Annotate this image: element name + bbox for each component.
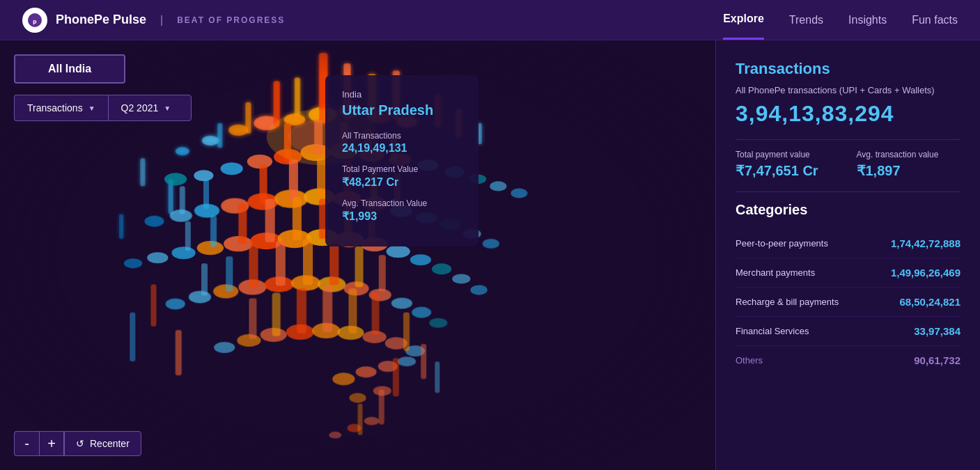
state-name: Uttar Pradesh: [342, 102, 462, 118]
all-india-button[interactable]: All India: [14, 54, 125, 84]
avg-transaction-stat: Avg. Transaction Value ₹1,993: [342, 198, 462, 223]
zoom-out-button[interactable]: -: [14, 431, 39, 456]
summary-stats-row: Total payment value ₹7,47,651 Cr Avg. tr…: [736, 150, 960, 179]
transaction-type-filter[interactable]: Transactions ▼: [14, 95, 108, 121]
map-area: All India Transactions ▼ Q2 2021 ▼ India…: [0, 40, 715, 470]
panel-divider-1: [736, 139, 960, 140]
main-content: All India Transactions ▼ Q2 2021 ▼ India…: [0, 40, 980, 470]
total-payment-col: Total payment value ₹7,47,651 Cr: [736, 150, 840, 179]
period-filter[interactable]: Q2 2021 ▼: [108, 95, 192, 121]
country-label: India: [342, 89, 462, 100]
panel-subtitle: All PhonePe transactions (UPI + Cards + …: [736, 85, 960, 95]
filter-row: Transactions ▼ Q2 2021 ▼: [14, 95, 192, 121]
nav-trends[interactable]: Trends: [789, 1, 823, 39]
state-info-popup: India Uttar Pradesh All Transactions 24,…: [325, 75, 479, 246]
panel-divider-2: [736, 191, 960, 192]
dropdown-arrow-type: ▼: [88, 104, 95, 112]
map-controls-bottom: - + ↺ Recenter: [14, 431, 141, 456]
zoom-in-button[interactable]: +: [39, 431, 64, 456]
category-others: Others 90,61,732: [736, 346, 960, 375]
all-transactions-stat: All Transactions 24,19,49,131: [342, 131, 462, 155]
category-p2p: Peer-to-peer payments 1,74,42,72,888: [736, 229, 960, 258]
category-merchant: Merchant payments 1,49,96,26,469: [736, 258, 960, 288]
total-transactions-number: 3,94,13,83,294: [736, 101, 960, 127]
logo-text: PhonePe Pulse: [56, 13, 146, 27]
right-panel: Transactions All PhonePe transactions (U…: [715, 40, 980, 470]
nav-insights[interactable]: Insights: [848, 1, 887, 39]
dropdown-arrow-period: ▼: [164, 104, 171, 112]
phonepe-logo-icon: ₚ: [22, 8, 47, 33]
categories-list: Peer-to-peer payments 1,74,42,72,888 Mer…: [736, 229, 960, 375]
recenter-button[interactable]: ↺ Recenter: [64, 431, 141, 456]
map-controls-top: All India Transactions ▼ Q2 2021 ▼: [14, 54, 192, 121]
nav-explore[interactable]: Explore: [723, 0, 764, 40]
category-recharge: Recharge & bill payments 68,50,24,821: [736, 288, 960, 317]
header: ₚ PhonePe Pulse | BEAT OF PROGRESS Explo…: [0, 0, 980, 40]
svg-text:ₚ: ₚ: [33, 15, 37, 26]
total-payment-stat: Total Payment Value ₹48,217 Cr: [342, 164, 462, 189]
category-financial: Financial Services 33,97,384: [736, 317, 960, 346]
logo-divider: |: [160, 14, 163, 26]
logo-area: ₚ PhonePe Pulse | BEAT OF PROGRESS: [22, 8, 285, 33]
tagline: BEAT OF PROGRESS: [177, 15, 285, 25]
recenter-icon: ↺: [76, 438, 84, 449]
nav-links: Explore Trends Insights Fun facts: [723, 0, 958, 40]
nav-fun-facts[interactable]: Fun facts: [912, 1, 958, 39]
categories-title: Categories: [736, 202, 960, 218]
avg-transaction-col: Avg. transaction value ₹1,897: [857, 150, 961, 179]
panel-title: Transactions: [736, 60, 960, 78]
